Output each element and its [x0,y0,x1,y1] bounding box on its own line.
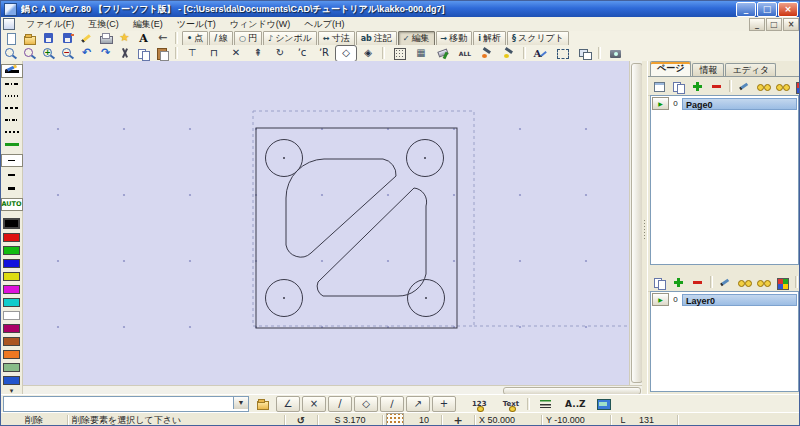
category-analysis-button[interactable]: i解析 [473,31,506,46]
zoom-window-button[interactable] [20,46,39,60]
menu-window[interactable]: ウィンドウ(W) [223,18,298,31]
fillet-c-button[interactable]: ʼc [291,45,313,62]
show-all-pages-button[interactable] [754,78,773,95]
hatch-button[interactable] [388,45,410,62]
page-list[interactable]: ▶0Page0 [650,95,799,265]
category-annotation-button[interactable]: ab注記 [356,31,397,46]
line-width-thick-button[interactable] [1,182,23,195]
mdi-minimize-button[interactable]: _ [749,18,765,31]
delete-button[interactable]: ◇ [335,45,357,62]
category-line-button[interactable]: /線 [209,31,233,46]
extend-button[interactable]: ⊓ [203,45,225,62]
range-delete-button[interactable]: ◈ [357,45,379,62]
category-edit-button[interactable]: ✓編集 [398,31,435,46]
style-brush-button[interactable] [498,45,520,62]
fillet-r-button[interactable]: ʼR [313,45,335,62]
cut-button[interactable] [115,46,134,60]
select-move-button[interactable] [551,45,573,62]
favorites-button[interactable] [115,31,134,45]
layer-pen-button[interactable] [716,274,735,291]
menu-tools[interactable]: ツール(T) [170,18,223,31]
combobox-dropdown-icon[interactable]: ▼ [233,397,248,409]
copy-button[interactable] [134,46,153,60]
numeric-input-button[interactable]: 123 [470,400,489,408]
tab-info[interactable]: 情報 [692,63,724,76]
menu-edit[interactable]: 編集(E) [126,18,170,31]
offset-button[interactable]: ⇞ [247,45,269,62]
line-style-dashed-button[interactable] [1,102,23,114]
snap-on-line-button[interactable]: / [328,396,352,412]
page-visible-button[interactable]: ▶ [652,97,669,110]
line-width-medium-button[interactable] [1,168,23,181]
color-swatch-dd1111[interactable] [3,233,20,242]
close-button[interactable]: × [778,2,798,17]
drawing-canvas[interactable] [23,61,629,385]
layer-list[interactable]: ▶0Layer0 [650,291,799,392]
remove-layer-button[interactable] [688,274,707,291]
color-swatch-88bb88[interactable] [3,363,20,372]
move-status-icon[interactable] [442,415,475,426]
color-swatch-1111dd[interactable] [3,259,20,268]
add-page-button[interactable] [688,78,707,95]
category-dimension-button[interactable]: ↔寸法 [318,31,355,46]
attribute-brush-button[interactable] [476,45,498,62]
page-colors-button[interactable] [792,78,800,95]
layer-colors-button[interactable] [773,274,792,291]
mdi-close-button[interactable]: × [783,18,799,31]
vertical-scrollbar[interactable] [629,61,642,385]
line-style-dotted-button[interactable] [1,90,23,102]
line-width-thin-button[interactable] [1,154,23,167]
save-as-button[interactable] [58,31,77,45]
layer-visible-button[interactable]: ▶ [652,293,669,306]
page-properties-button[interactable] [650,78,669,95]
page-row[interactable]: ▶0Page0 [652,97,797,110]
rotate-button[interactable]: ↻ [269,45,291,62]
color-swatch-000000[interactable] [3,218,20,229]
color-swatch-ee7722[interactable] [3,350,20,359]
sort-az-button[interactable]: A..Z [565,399,586,409]
color-swatch-11cccc[interactable] [3,298,20,307]
color-swatch-dd11dd[interactable] [3,285,20,294]
color-swatch-ffffff[interactable] [3,311,20,320]
font-settings-button[interactable] [134,31,153,45]
show-all-layers-button[interactable] [735,274,754,291]
snap-on-element-button[interactable]: ∕ [380,396,404,412]
color-swatch-11bb11[interactable] [3,246,20,255]
auto-style-button[interactable]: AUTO [1,198,23,211]
layer-name[interactable]: Layer0 [682,294,797,306]
menu-help[interactable]: ヘルプ(H) [297,18,351,31]
snap-folder-button[interactable] [253,397,272,411]
add-layer-button[interactable] [669,274,688,291]
capture-button[interactable] [604,45,626,62]
rotate-status-icon[interactable] [285,415,318,426]
command-combobox[interactable]: ▼ [3,396,249,412]
new-file-button[interactable] [1,31,20,45]
grid-toggle-button[interactable] [386,413,404,426]
category-script-button[interactable]: §スクリプト [507,31,569,46]
stamp-button[interactable] [432,45,454,62]
tab-page[interactable]: ページ [650,61,691,76]
color-swatch-aa0066[interactable] [3,324,20,333]
snap-endpoint-button[interactable]: ∠ [276,396,300,412]
zoom-out-button[interactable] [58,46,77,60]
horizontal-scrollbar[interactable] [23,385,642,394]
line-style-dash-dot-dot-button[interactable] [1,114,23,126]
line-style-dash-dot-button[interactable] [1,78,23,90]
tab-editor[interactable]: エディタ [725,63,776,76]
edit-drawing-button[interactable] [77,31,96,45]
cut-element-button[interactable]: ✕ [225,45,247,62]
page-pen-button[interactable] [735,78,754,95]
remove-page-button[interactable] [707,78,726,95]
panel-horizontal-splitter[interactable] [650,265,799,273]
copy-page-button[interactable] [669,78,688,95]
page-name[interactable]: Page0 [682,98,797,110]
maximize-button[interactable]: □ [757,2,777,17]
cad-drawing[interactable] [23,61,629,385]
text-input-button[interactable]: Text [501,400,521,408]
menu-file[interactable]: ファイル(F) [19,18,81,31]
category-point-button[interactable]: •点 [182,31,208,46]
menu-convert[interactable]: 互換(C) [81,18,126,31]
undo-button[interactable] [77,46,96,60]
snap-free-button[interactable]: + [432,396,456,412]
duplicate-button[interactable] [573,45,595,62]
